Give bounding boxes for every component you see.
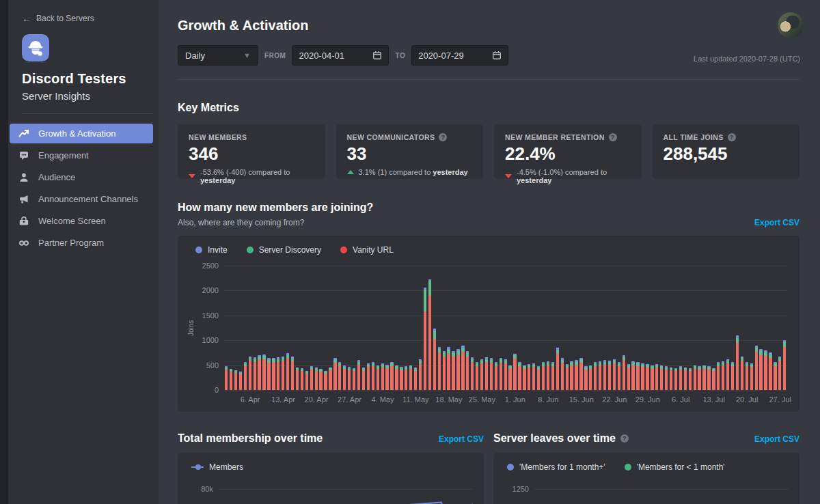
sidebar-item-label: Welcome Screen — [38, 216, 106, 226]
bar — [783, 340, 786, 391]
joins-title: How many new members are joining? — [178, 201, 373, 214]
bar — [466, 351, 469, 390]
metric-delta: -4.5% (-1.0%) compared to yesterday — [505, 168, 631, 184]
sidebar-item-engagement[interactable]: Engagement — [10, 145, 153, 165]
last-updated-text: Last updated 2020-07-28 (UTC) — [694, 55, 800, 63]
from-date-input[interactable]: 2020-04-01 — [292, 45, 389, 66]
sidebar-item-partner-program[interactable]: Partner Program — [10, 233, 153, 253]
bar — [405, 366, 407, 390]
bar — [357, 360, 360, 390]
legend-label: Server Discovery — [259, 245, 321, 255]
legend-label: Members — [209, 462, 243, 472]
joins-subtitle: Also, where are they coming from? — [178, 218, 373, 227]
sidebar-item-announcement-channels[interactable]: Announcement Channels — [10, 189, 153, 209]
sidebar-item-label: Audience — [38, 172, 75, 182]
bar — [490, 358, 493, 390]
joins-export-csv-link[interactable]: Export CSV — [754, 218, 800, 227]
bar — [631, 361, 634, 390]
leaves-export-csv-link[interactable]: Export CSV — [754, 434, 800, 444]
metric-card: NEW COMMUNICATORS?333.1% (1) compared to… — [336, 124, 484, 179]
bar — [755, 346, 758, 390]
bar — [712, 368, 715, 390]
bar — [476, 362, 478, 390]
key-metrics-cards: NEW MEMBERS346-53.6% (-400) compared to … — [178, 124, 800, 179]
bar — [377, 365, 379, 390]
bar — [518, 362, 521, 390]
sidebar-divider — [22, 113, 153, 114]
bar — [485, 357, 488, 390]
leaves-section: Server leaves over time ? Export CSV 'Me… — [493, 432, 800, 504]
bar — [575, 360, 577, 390]
membership-export-csv-link[interactable]: Export CSV — [439, 434, 484, 444]
joins-bar-chart[interactable]: Joins 05001000150020002500 6. Apr13. Apr… — [186, 266, 787, 406]
leaves-legend: 'Members for 1 month+''Members for < 1 m… — [504, 462, 789, 472]
sidebar-item-growth-activation[interactable]: Growth & Activation — [10, 124, 153, 143]
server-icon[interactable] — [22, 34, 49, 61]
help-icon[interactable]: ? — [609, 133, 617, 141]
bar — [594, 362, 597, 390]
bar — [707, 366, 710, 390]
joins-y-axis-ticks: 05001000150020002500 — [195, 266, 224, 390]
chat-icon — [18, 150, 29, 161]
metric-card: ALL TIME JOINS?288,545 — [653, 124, 800, 179]
bar — [508, 365, 511, 390]
sidebar-item-label: Partner Program — [38, 238, 104, 248]
sidebar: ← Back to Servers Discord Testers Server… — [8, 0, 159, 504]
calendar-icon — [492, 51, 502, 60]
legend-dot-icon — [247, 247, 254, 253]
bar — [774, 362, 776, 390]
help-icon[interactable]: ? — [728, 133, 736, 141]
legend-label: 'Members for 1 month+' — [519, 462, 605, 472]
bar — [547, 361, 549, 390]
bar — [456, 349, 459, 390]
legend-label: Vanity URL — [353, 245, 394, 255]
user-avatar[interactable] — [778, 12, 804, 38]
triangle-up-icon — [347, 170, 354, 174]
bar — [726, 359, 729, 390]
bar — [778, 356, 781, 390]
bar — [338, 362, 341, 390]
bar — [689, 368, 692, 390]
interval-select-value: Daily — [185, 51, 205, 61]
welcome-chest-icon — [18, 216, 29, 227]
bar — [282, 356, 284, 390]
back-to-servers-link[interactable]: ← Back to Servers — [8, 14, 159, 23]
legend-dot-icon — [195, 247, 202, 253]
bar — [641, 363, 644, 390]
server-subtitle: Server Insights — [22, 90, 159, 102]
to-label: TO — [395, 52, 405, 59]
metric-label: NEW MEMBER RETENTION? — [505, 133, 631, 141]
sidebar-item-welcome-screen[interactable]: Welcome Screen — [10, 211, 153, 231]
from-label: FROM — [264, 52, 286, 59]
leaves-bar-chart[interactable]: 12501000 — [504, 481, 789, 504]
joins-plot-area — [224, 266, 787, 390]
sidebar-nav: Growth & ActivationEngagementAudienceAnn… — [8, 124, 159, 253]
sidebar-item-audience[interactable]: Audience — [10, 167, 153, 187]
bar — [329, 367, 331, 390]
help-icon[interactable]: ? — [439, 133, 447, 141]
interval-select[interactable]: Daily ▼ — [178, 45, 258, 66]
joins-bars — [224, 266, 787, 390]
to-date-input[interactable]: 2020-07-29 — [411, 45, 508, 66]
bar — [414, 367, 417, 390]
bar — [684, 367, 687, 390]
bar — [731, 362, 734, 390]
main-content: Growth & Activation Daily ▼ FROM 2020-04… — [159, 0, 820, 504]
membership-line-chart[interactable]: 80k — [189, 481, 473, 504]
y-tick-label: 1250 — [512, 485, 529, 493]
help-icon[interactable]: ? — [620, 434, 629, 443]
back-to-servers-label: Back to Servers — [36, 14, 94, 23]
bar — [636, 362, 639, 390]
bar — [613, 359, 616, 390]
bar — [694, 365, 696, 390]
bar — [623, 355, 625, 390]
app-root: ← Back to Servers Discord Testers Server… — [0, 0, 820, 504]
left-rail — [0, 0, 8, 504]
bar — [324, 371, 327, 390]
bar — [665, 366, 668, 390]
bar — [584, 366, 587, 390]
legend-dot-icon — [340, 247, 347, 253]
bar — [722, 361, 724, 390]
to-date-value: 2020-07-29 — [418, 51, 464, 61]
legend-label: Invite — [208, 245, 228, 255]
